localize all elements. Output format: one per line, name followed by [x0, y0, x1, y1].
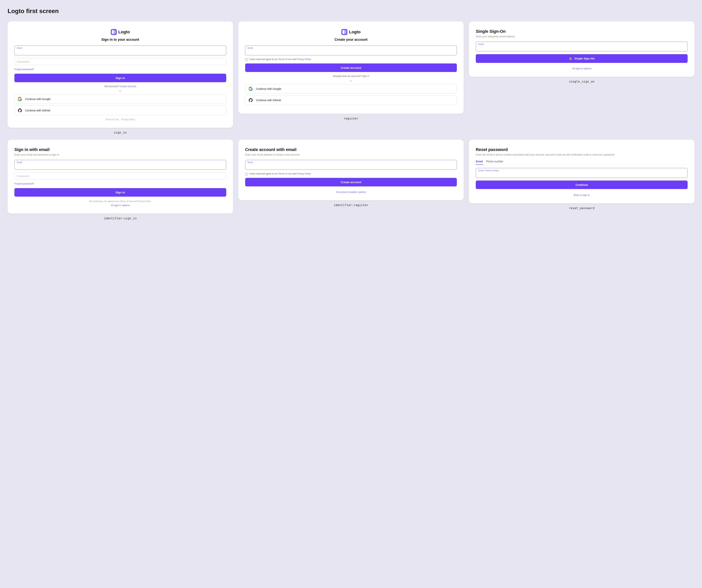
continue-button[interactable]: Continue: [476, 181, 688, 189]
email-field-group: Email: [14, 45, 226, 55]
id-register-terms-checkbox[interactable]: [245, 173, 248, 175]
card-label-id-register: identifier:register: [334, 203, 368, 207]
email-label: Email: [17, 47, 224, 49]
card-label-register: register: [344, 117, 358, 120]
create-account-link[interactable]: Create account: [119, 85, 136, 88]
id-signin-forgot-link[interactable]: Forgot password?: [14, 182, 226, 185]
tab-phone[interactable]: Phone number: [486, 160, 503, 165]
page-title: Logto first screen: [8, 8, 694, 15]
id-signin-email-field-group: Email: [14, 160, 226, 170]
google-button[interactable]: Continue with Google: [14, 94, 226, 104]
google-icon-register: [248, 87, 253, 91]
id-register-heading: Create account with email: [245, 147, 457, 152]
sign-in-heading: Sign in to your account: [14, 38, 226, 42]
card-wrapper-id-signin: Sign in with email Enter your email and …: [8, 139, 233, 220]
id-signin-terms-note: By continuing, you agree to our Terms of…: [14, 200, 226, 202]
id-register-email-input[interactable]: [248, 164, 455, 168]
reset-field-input[interactable]: [478, 172, 685, 177]
logo-area-register: Logto: [245, 29, 457, 35]
github-button-label: Continue with GitHub: [25, 109, 50, 112]
sso-button[interactable]: 🔒 Single Sign-On: [476, 54, 688, 63]
card-wrapper-register: Logto Create your account Email I have r…: [238, 21, 464, 134]
card-label-sign-in: sign_in: [114, 131, 127, 134]
svg-rect-2: [113, 30, 116, 33]
google-button-register[interactable]: Continue with Google: [245, 84, 457, 94]
email-input[interactable]: [17, 50, 224, 54]
reset-field-group: Email / Phone number: [476, 168, 688, 178]
logto-logo-icon-register: [341, 29, 347, 35]
password-input[interactable]: [17, 59, 224, 64]
terms-footer: Terms of Use Privacy Policy: [14, 118, 226, 121]
terms-checkbox[interactable]: [245, 58, 248, 61]
privacy-link[interactable]: Privacy Policy: [121, 118, 135, 121]
sso-subheading: Enter your enterprise email address.: [476, 35, 688, 38]
google-icon: [18, 97, 22, 101]
reset-field-label: Email / Phone number: [478, 169, 685, 172]
all-sign-in-options-link[interactable]: All sign-in options: [476, 67, 688, 70]
password-field-group: [14, 58, 226, 65]
id-register-email-field-group: Email: [245, 160, 457, 170]
logo-text: Logto: [118, 29, 130, 34]
or-divider: or: [14, 90, 226, 92]
google-button-label: Continue with Google: [25, 98, 50, 101]
all-signin-options-link[interactable]: All sign-in options: [14, 204, 226, 207]
id-signin-privacy-link[interactable]: Privacy Policy: [138, 200, 151, 202]
already-account-text: Already have an account? Sign in: [245, 75, 457, 78]
card-sign-in: Logto Sign in to your account Email Forg…: [8, 21, 233, 128]
card-register: Logto Create your account Email I have r…: [238, 21, 464, 114]
logo-text-register: Logto: [349, 29, 360, 34]
reset-heading: Reset password: [476, 147, 688, 152]
lock-icon: 🔒: [569, 57, 572, 60]
id-register-create-button[interactable]: Create account: [245, 178, 457, 186]
forgot-password-link[interactable]: Forgot password?: [14, 68, 226, 71]
id-register-terms-link[interactable]: Terms of Use: [278, 172, 292, 175]
card-wrapper-id-register: Create account with email Enter your ema…: [238, 139, 464, 220]
id-signin-terms-link[interactable]: Terms of Use: [120, 200, 133, 202]
back-to-sign-in-link[interactable]: Back to sign in: [476, 194, 688, 196]
sso-email-label: Email: [478, 43, 685, 45]
terms-link-register[interactable]: Terms of Use: [278, 58, 292, 61]
logto-logo-icon: [111, 29, 117, 35]
no-account-text: Not account? Create account: [14, 85, 226, 88]
card-label-sso: single_sign_on: [569, 80, 594, 83]
id-signin-password-field-group: [14, 172, 226, 180]
register-email-field-group: Email: [245, 45, 457, 55]
id-register-privacy-link[interactable]: Privacy Policy: [297, 172, 311, 175]
sign-in-button[interactable]: Sign In: [14, 74, 226, 82]
id-signin-email-label: Email: [17, 161, 224, 164]
terms-link[interactable]: Terms of Use: [105, 118, 119, 121]
tab-email[interactable]: Email: [476, 160, 483, 165]
reset-tab-row: Email Phone number: [476, 160, 688, 165]
privacy-link-register[interactable]: Privacy Policy: [297, 58, 311, 61]
id-signin-button[interactable]: Sign In: [14, 188, 226, 197]
github-icon-register: [248, 98, 253, 102]
github-button-label-register: Continue with GitHub: [256, 99, 281, 102]
card-label-reset: reset_password: [569, 206, 594, 210]
id-signin-heading: Sign in with email: [14, 147, 226, 152]
card-id-register: Create account with email Enter your ema…: [238, 139, 464, 200]
id-signin-password-input[interactable]: [17, 174, 224, 178]
terms-checkbox-row: I have read and agree to our Terms of Us…: [245, 58, 457, 61]
card-wrapper-reset: Reset password Enter the email or phone …: [469, 139, 694, 220]
sign-in-link-register[interactable]: Sign in: [362, 75, 369, 78]
sso-heading: Single Sign-On: [476, 29, 688, 34]
id-register-terms-text: I have read and agree to our Terms of Us…: [249, 172, 311, 175]
all-creation-options-link[interactable]: All account creation options: [245, 191, 457, 193]
card-wrapper-sign-in: Logto Sign in to your account Email Forg…: [8, 21, 233, 134]
card-label-id-signin: identifier:sign_in: [104, 216, 137, 220]
create-account-button[interactable]: Create account: [245, 64, 457, 72]
reset-subheading: Enter the email or phone number associat…: [476, 153, 688, 156]
id-register-email-label: Email: [248, 161, 455, 164]
github-button[interactable]: Continue with GitHub: [14, 106, 226, 115]
sso-email-field-group: Email: [476, 42, 688, 52]
register-heading: Create your account: [245, 38, 457, 42]
github-button-register[interactable]: Continue with GitHub: [245, 95, 457, 105]
id-register-terms-row: I have read and agree to our Terms of Us…: [245, 172, 457, 175]
register-email-input[interactable]: [248, 50, 455, 54]
or-divider-register: or: [245, 79, 457, 82]
logo-area: Logto: [14, 29, 226, 35]
card-sso: Single Sign-On Enter your enterprise ema…: [469, 21, 694, 77]
card-wrapper-sso: Single Sign-On Enter your enterprise ema…: [469, 21, 694, 134]
id-signin-email-input[interactable]: [17, 164, 224, 168]
sso-email-input[interactable]: [478, 45, 685, 50]
